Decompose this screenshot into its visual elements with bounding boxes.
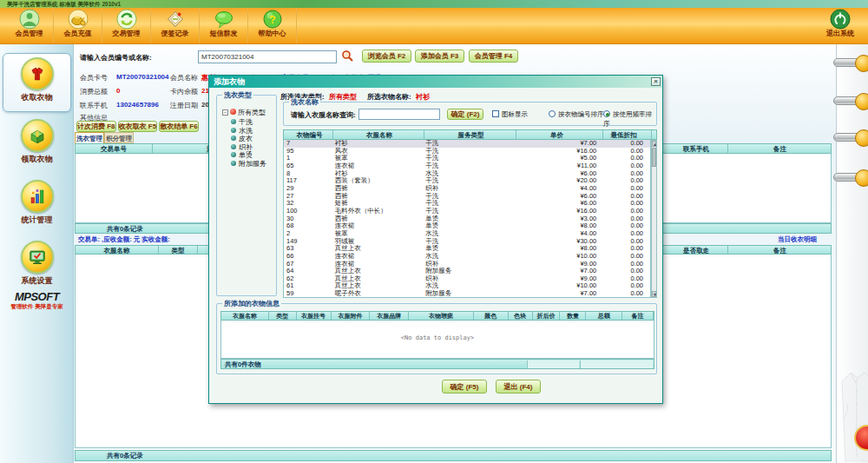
toolbar-member-management[interactable]: 会员管理 xyxy=(5,8,54,43)
column-header[interactable]: 单价 xyxy=(516,130,603,139)
table-row[interactable]: 117西装（套装）干洗¥20.000.00 xyxy=(284,177,650,185)
column-header[interactable]: 服务类型 xyxy=(424,130,516,139)
table-row[interactable]: 95风衣干洗¥16.000.00 xyxy=(284,148,650,155)
toolbar-transaction-management[interactable]: 交易管理 xyxy=(102,8,151,43)
query-confirm-button[interactable]: 确定 (F2) xyxy=(447,109,483,120)
column-header[interactable]: 最低折扣 xyxy=(603,130,652,139)
tree-expander-icon[interactable]: − xyxy=(222,109,228,116)
dialog-exit-button[interactable]: 退出 (F4) xyxy=(496,380,541,394)
table-row[interactable]: 63真丝上衣单烫¥8.000.00 xyxy=(284,245,650,253)
added-table-body[interactable]: <No data to display> xyxy=(220,321,654,359)
table-row[interactable]: 8衬衫水洗¥6.000.00 xyxy=(284,170,650,178)
sidebar-item-statistics[interactable]: 统计管理 xyxy=(3,176,71,234)
column-header[interactable]: 衣服品牌 xyxy=(370,312,409,320)
member-search-input[interactable] xyxy=(198,50,337,63)
tab-laundry-management[interactable]: 洗衣管理 xyxy=(75,132,104,143)
action-button[interactable]: 散衣结单 F6 xyxy=(159,121,199,132)
table-cell: 真丝上衣 xyxy=(333,245,424,253)
browse-member-button[interactable]: 浏览会员 F2 xyxy=(362,50,411,63)
selected-item-label: 所选衣物名称: xyxy=(367,92,411,102)
table-row[interactable]: 2被罩水洗¥4.000.00 xyxy=(284,230,650,238)
column-header[interactable]: 衣服名称 xyxy=(333,130,424,139)
icon-view-option[interactable]: 图标显示 xyxy=(492,109,528,119)
tab-points-management[interactable]: 积分管理 xyxy=(104,132,134,143)
column-header[interactable]: 衣物编号 xyxy=(284,130,333,139)
toolbar-help-center[interactable]: ? 帮助中心 xyxy=(248,8,297,43)
close-icon[interactable]: × xyxy=(651,77,661,86)
column-header[interactable]: 类型 xyxy=(269,312,297,320)
column-header[interactable]: 备注 xyxy=(622,312,654,320)
tree-item[interactable]: 织补 xyxy=(231,143,266,152)
table-row[interactable]: 62真丝上衣织补¥9.000.00 xyxy=(284,275,650,283)
table-row[interactable]: 67连衣裙织补¥9.000.00 xyxy=(284,261,650,268)
table-row[interactable]: 61真丝上衣水洗¥10.000.00 xyxy=(284,282,650,290)
column-header[interactable]: 备注 xyxy=(728,246,832,254)
table-row[interactable]: 29西裤织补¥4.000.00 xyxy=(284,185,650,193)
table-row[interactable]: 30西裤单烫¥3.000.00 xyxy=(284,215,650,223)
toolbar-note-record[interactable]: 便签记录 xyxy=(151,8,200,43)
scrollbar-thumb[interactable] xyxy=(652,148,656,167)
sidebar-item-receive-clothes[interactable]: 收取衣物 xyxy=(3,53,71,112)
sort-by-code-option[interactable]: 按衣物编号排序 xyxy=(549,109,604,119)
table-row[interactable]: 7衬衫干洗¥7.000.00 xyxy=(284,140,650,148)
action-button[interactable]: 收衣取衣 F5 xyxy=(118,121,158,132)
clothes-query-input[interactable] xyxy=(358,109,440,120)
table-cell: 0.00 xyxy=(602,185,650,193)
table-row[interactable]: 68连衣裙单烫¥8.000.00 xyxy=(284,222,650,230)
column-header[interactable]: 备注 xyxy=(728,144,832,153)
column-header[interactable]: 交易单号 xyxy=(76,144,153,153)
table-row[interactable]: 65连衣裙干洗¥11.000.00 xyxy=(284,162,650,170)
tree-item[interactable]: 皮衣 xyxy=(231,135,266,143)
table-row[interactable]: 27西裤干洗¥6.000.00 xyxy=(284,193,650,201)
add-member-button[interactable]: 添加会员 F3 xyxy=(415,50,464,63)
table-cell: 67 xyxy=(284,261,333,268)
table-row[interactable]: 1被罩干洗¥5.000.00 xyxy=(284,155,650,162)
exit-system-button[interactable]: 退出系统 xyxy=(821,9,859,38)
table-row[interactable]: 32短裤干洗¥6.000.00 xyxy=(284,200,650,208)
toolbar-member-recharge[interactable]: 会员充值 xyxy=(54,8,102,43)
table-cell: 117 xyxy=(284,177,333,185)
column-header[interactable]: 折后价 xyxy=(533,312,561,320)
column-header[interactable]: 色块 xyxy=(509,312,533,320)
scroll-down-icon[interactable]: ▼ xyxy=(652,291,656,297)
sidebar-item-fetch-clothes[interactable]: 领取衣物 xyxy=(3,116,71,173)
column-header[interactable]: 总额 xyxy=(586,312,622,320)
tree-item[interactable]: 水洗 xyxy=(231,127,266,136)
checkbox-icon[interactable] xyxy=(492,110,499,117)
table-row[interactable]: 66连衣裙水洗¥10.000.00 xyxy=(284,253,650,261)
table-cell: ¥7.00 xyxy=(516,140,602,148)
column-header[interactable]: 数量 xyxy=(560,312,586,320)
action-button[interactable]: 计次消费 F8 xyxy=(76,121,116,132)
vertical-scrollbar[interactable]: ▲ ▼ xyxy=(651,140,657,298)
radio-icon[interactable] xyxy=(549,110,556,117)
sidebar-nav: 收取衣物 领取衣物 统计管理 系统设置 MPSOFT 管理软件 美萍是专家 xyxy=(0,44,74,463)
table-row[interactable]: 100毛料外衣（中长）干洗¥16.000.00 xyxy=(284,208,650,215)
dialog-ok-button[interactable]: 确定 (F5) xyxy=(442,380,487,394)
member-management-button[interactable]: 会员管理 F4 xyxy=(469,50,518,63)
table-cell: ¥7.00 xyxy=(516,268,602,275)
column-header[interactable]: 类型 xyxy=(159,246,198,254)
sidebar-item-system-settings[interactable]: 系统设置 xyxy=(3,237,71,294)
column-header[interactable]: 衣物瑕疵 xyxy=(409,312,474,320)
column-header[interactable]: 联系手机 xyxy=(665,144,728,153)
tree-item[interactable]: 单烫 xyxy=(231,151,266,160)
today-received-link[interactable]: 当日收衣明细 xyxy=(778,235,817,244)
sort-by-frequency-option[interactable]: 按使用频率排序 xyxy=(603,109,656,129)
table-cell: ¥3.00 xyxy=(516,215,602,223)
column-header[interactable]: 衣服挂号 xyxy=(297,312,332,320)
column-header[interactable]: 衣服名称 xyxy=(221,312,269,320)
tree-item[interactable]: 干洗 xyxy=(231,118,266,127)
radio-selected-icon[interactable] xyxy=(603,110,610,117)
table-row[interactable]: 64真丝上衣附加服务¥7.000.00 xyxy=(284,268,650,275)
toolbar-sms-broadcast[interactable]: 短信群发 xyxy=(200,8,248,43)
tree-item[interactable]: 附加服务 xyxy=(231,160,266,169)
table-row[interactable]: 149羽绒被干洗¥30.000.00 xyxy=(284,238,650,246)
column-header[interactable]: 是否取走 xyxy=(665,246,728,254)
column-header[interactable]: 颜色 xyxy=(474,312,509,320)
column-header[interactable]: 衣服附件 xyxy=(332,312,371,320)
column-header[interactable]: 衣服名称 xyxy=(76,246,159,254)
tree-root-all-types[interactable]: −所有类型 xyxy=(222,108,266,117)
search-icon[interactable] xyxy=(341,50,353,62)
table-row[interactable]: 59呢子外衣附加服务¥7.000.00 xyxy=(284,290,650,298)
scroll-up-icon[interactable]: ▲ xyxy=(652,141,656,147)
